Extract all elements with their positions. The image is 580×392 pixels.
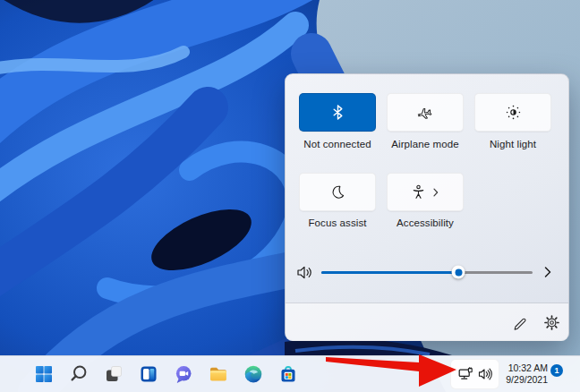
- pencil-icon: [512, 315, 527, 330]
- widgets-button[interactable]: [131, 356, 166, 392]
- tile-airplane-mode[interactable]: [387, 93, 464, 132]
- clock[interactable]: 10:32 AM 9/29/2021: [499, 362, 548, 386]
- microsoft-store-icon: [277, 363, 299, 385]
- windows-logo-icon: [33, 363, 55, 385]
- file-explorer-icon: [208, 363, 229, 385]
- tile-accessibility[interactable]: [387, 173, 464, 211]
- gear-icon: [544, 315, 559, 330]
- accessibility-icon: [411, 184, 426, 200]
- night-light-icon: [506, 105, 521, 120]
- tile-label-night-light: Night light: [474, 137, 551, 151]
- taskbar-icons: [26, 356, 305, 392]
- search-icon: [68, 363, 90, 385]
- airplane-icon: [416, 105, 434, 121]
- network-icon: [458, 367, 473, 381]
- task-view-icon: [103, 363, 124, 385]
- volume-fill: [321, 271, 458, 274]
- edit-quick-settings-button[interactable]: [507, 310, 532, 335]
- quick-settings-panel: Not connected Airplane mode Night light …: [285, 73, 569, 341]
- tile-label-bluetooth: Not connected: [299, 137, 376, 151]
- widgets-icon: [138, 363, 159, 385]
- system-tray[interactable]: [450, 359, 499, 389]
- edge-button[interactable]: [235, 356, 270, 392]
- tile-focus-assist[interactable]: [299, 173, 376, 211]
- quick-settings-footer: [286, 303, 568, 341]
- focus-assist-icon: [330, 184, 345, 200]
- volume-slider[interactable]: [321, 260, 533, 285]
- start-button[interactable]: [26, 356, 61, 392]
- desktop: Not connected Airplane mode Night light …: [0, 0, 580, 392]
- all-settings-button[interactable]: [539, 310, 564, 335]
- tile-label-accessibility: Accessibility: [387, 216, 464, 230]
- microsoft-store-button[interactable]: [270, 356, 305, 392]
- volume-icon[interactable]: [296, 264, 313, 281]
- tile-label-focus-assist: Focus assist: [299, 216, 376, 230]
- clock-date: 9/29/2021: [499, 374, 548, 386]
- volume-row: [286, 260, 568, 285]
- tray-volume-icon: [478, 367, 492, 381]
- file-explorer-button[interactable]: [200, 356, 235, 392]
- bluetooth-icon: [330, 105, 345, 120]
- volume-output-chevron-icon[interactable]: [540, 264, 556, 280]
- chevron-right-icon: [432, 188, 439, 197]
- search-button[interactable]: [61, 356, 96, 392]
- notification-badge[interactable]: 1: [550, 364, 563, 377]
- chat-button[interactable]: [166, 356, 200, 392]
- tile-bluetooth[interactable]: [299, 93, 376, 132]
- tile-night-light[interactable]: [474, 93, 551, 132]
- taskbar: 10:32 AM 9/29/2021: [0, 355, 580, 392]
- edge-icon: [243, 363, 264, 385]
- clock-time: 10:32 AM: [499, 362, 548, 374]
- volume-thumb[interactable]: [452, 266, 465, 279]
- task-view-button[interactable]: [96, 356, 131, 392]
- tile-label-airplane: Airplane mode: [387, 137, 464, 151]
- chat-icon: [173, 363, 194, 385]
